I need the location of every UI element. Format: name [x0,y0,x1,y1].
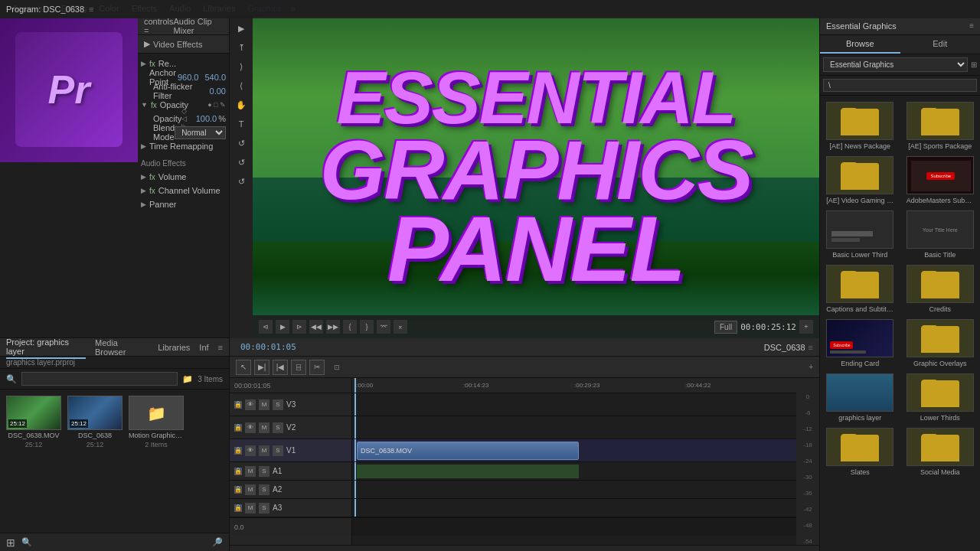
anchor-y: 540.0 [204,73,226,82]
effect-volume[interactable]: ▶ fx Volume [138,170,229,184]
resolution-btn[interactable]: Full [714,321,737,334]
audio-gain-btn[interactable]: ↺ [233,154,250,171]
tab-project[interactable]: Project: graphics layer [6,336,86,359]
v2-mute[interactable]: M [259,422,270,433]
a3-mute[interactable]: M [245,503,256,514]
tl-menu-icon[interactable]: ≡ [808,343,813,352]
overwrite[interactable]: ⌅ [394,320,407,334]
insert[interactable]: ⌤ [377,320,390,334]
eg-item-social-media[interactable]: Social Media [903,428,978,476]
v3-mute[interactable]: M [259,399,270,410]
a2-mute[interactable]: M [245,484,256,495]
add-track-btn[interactable]: + [808,363,813,371]
playhead-v3 [354,393,356,416]
eg-item-ending-card[interactable]: Subscribe Ending Card [823,319,897,367]
v2-sync[interactable]: S [273,422,283,433]
a1-lock[interactable]: 🔒 [234,468,242,475]
eg-item-sports-package[interactable]: [AE] Sports Package [903,102,978,150]
effect-channel-vol[interactable]: ▶ fx Channel Volume [138,184,229,197]
mark-out-btn[interactable]: ⟨ [233,77,250,94]
a1-solo[interactable]: S [259,466,270,477]
list-item[interactable]: Motion Graphics... 2 Items [129,396,184,527]
a2-lock[interactable]: 🔒 [234,486,242,494]
playhead-v2 [354,416,356,439]
a3-lock[interactable]: 🔒 [234,504,242,512]
icon-bar-left[interactable]: 🔍 [21,537,32,547]
shuttle-fwd[interactable]: ▶▶ [326,320,340,334]
eg-menu-icon[interactable]: ≡ [969,21,974,30]
razor-tool[interactable]: ✂ [309,360,325,375]
icon-bar-right[interactable]: 🔎 [212,537,223,547]
eg-item-news-package[interactable]: [AE] News Package [823,102,897,150]
eg-source-select[interactable]: Essential Graphics [823,57,968,72]
eg-path-input[interactable] [823,79,977,92]
tab-media-browser[interactable]: Media Browser [95,337,149,358]
eg-item-basic-title[interactable]: Your Title Here Basic Title [903,210,978,259]
effect-panner[interactable]: ▶ Panner [138,197,229,211]
safe-margin-btn[interactable]: + [799,320,813,334]
program-timecode: 00:00:25:12 [740,322,796,332]
mark-in[interactable]: { [343,320,357,334]
v3-lock[interactable]: 🔒 [234,401,242,409]
v1-eye[interactable]: 👁 [245,445,256,456]
mark-out[interactable]: } [360,320,374,334]
tab-info[interactable]: Inf [199,341,208,354]
blend-select[interactable]: Normal [175,126,226,139]
a1-eye[interactable]: M [245,466,256,477]
clip-dsc0638[interactable]: DSC_0638.MOV [357,442,579,460]
reset-btn[interactable]: ↺ [233,135,250,152]
shuttle-back[interactable]: ◀◀ [309,320,323,334]
eg-item-lower-third[interactable]: Basic Lower Third [823,210,897,259]
new-bin-icon[interactable]: 📁 [182,374,193,384]
hand-tool[interactable]: ✋ [233,96,250,113]
v3-eye[interactable]: 👁 [245,399,256,410]
eg-item-captions[interactable]: Captions and Subtitles [823,265,897,313]
list-item[interactable]: 25:12 DSC_0638.MOV 25:12 [6,396,61,527]
effect-opacity-value[interactable]: Opacity ◇ ◁ ▷ 100.0 % [138,112,229,126]
snap-icon[interactable]: ⊡ [334,364,340,371]
project-search-input[interactable] [21,372,178,386]
play-btn[interactable]: ▶ [233,20,250,37]
select-tool[interactable]: ↖ [236,360,251,375]
v1-mute[interactable]: M [259,445,270,456]
effect-time-remap[interactable]: ▶ Time Remapping [138,139,229,153]
text-tool[interactable]: T [233,116,250,132]
tab-edit[interactable]: Edit [900,35,981,54]
v2-lock[interactable]: 🔒 [234,424,242,432]
tab-libraries[interactable]: Libraries [158,341,190,354]
project-panel-menu[interactable]: ≡ [218,343,223,352]
playback-step-back[interactable]: ⊲ [259,320,273,334]
v1-sync[interactable]: S [273,445,283,456]
eg-item-lower-thirds[interactable]: Lower Thirds [903,373,978,422]
track-content: :00:00 :00:14:23 :00:29:23 :00:44:22 [352,378,796,545]
v2-eye[interactable]: 👁 [245,422,256,433]
vol-label: Volume [158,172,226,181]
mark-in-btn[interactable]: ⟩ [233,58,250,75]
timeline-tools: ↖ ▶| |◀ ⌸ ✂ ⊡ + [230,357,819,378]
a2-solo[interactable]: S [259,484,270,495]
list-view-icon[interactable]: ⊞ [6,536,15,549]
lift-btn[interactable]: ↺ [233,173,250,190]
eg-item-slates[interactable]: Slates [823,428,897,476]
step-fwd-btn[interactable]: ⤒ [233,39,250,56]
track-select-back[interactable]: |◀ [273,360,288,375]
v1-lock[interactable]: 🔒 [234,447,242,455]
tab-browse[interactable]: Browse [820,35,900,54]
playback-play[interactable]: ▶ [276,320,289,334]
ripple-edit[interactable]: ⌸ [291,360,306,375]
playback-step-fwd[interactable]: ⊳ [292,320,306,334]
eg-install-icon[interactable]: ⊞ [971,60,977,69]
track-select-fwd[interactable]: ▶| [254,360,270,375]
video-effects-title: Video Effects [153,40,202,49]
a3-solo[interactable]: S [259,503,270,514]
eg-item-graphics-layer[interactable]: graphics layer [823,373,897,422]
clip-name: DSC_0638.MOV [361,447,412,455]
eg-item-gaming[interactable]: [AE] Video Gaming Pac... [823,156,897,204]
eg-item-graphic-overlays[interactable]: Graphic Overlays [903,319,978,367]
eg-item-subscribe[interactable]: Subscribe AdobeMasters Subscribe [903,156,978,204]
monitor-menu-icon[interactable]: ≡ [89,5,93,14]
eg-item-credits[interactable]: Credits [903,265,978,313]
list-item[interactable]: 25:12 DSC_0638 25:12 [67,396,122,527]
basic-title-label: Basic Title [906,251,974,259]
v3-sync[interactable]: S [273,399,283,410]
